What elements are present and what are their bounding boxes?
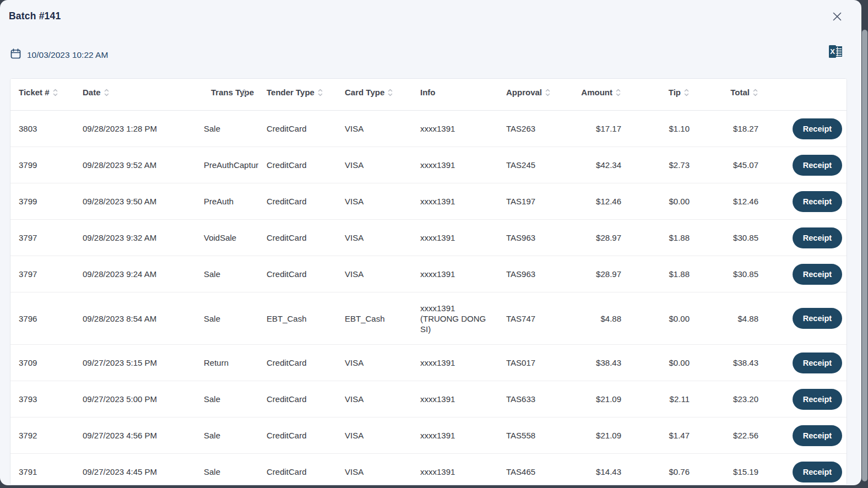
cell-tender-type: CreditCard	[259, 467, 337, 477]
cell-info: xxxx1391	[411, 394, 496, 404]
cell-date: 09/28/2023 9:32 AM	[78, 232, 199, 243]
receipt-button[interactable]: Receipt	[793, 191, 842, 212]
cell-tip: $0.00	[623, 357, 690, 368]
table-row: 3709 09/27/2023 5:15 PM Return CreditCar…	[10, 345, 847, 381]
sort-icon	[241, 88, 247, 97]
cell-tip: $1.10	[623, 123, 690, 134]
receipt-button-label: Receipt	[803, 270, 832, 279]
cell-approval: TAS263	[496, 123, 557, 134]
receipt-button[interactable]: Receipt	[793, 264, 842, 285]
cell-amount: $21.09	[557, 430, 623, 441]
batch-detail-modal: Batch #141 10/03/2023 10:22 AM	[0, 0, 861, 485]
cell-ticket-number: 3797	[10, 269, 78, 279]
cell-approval: TAS558	[496, 430, 557, 441]
cell-total: $30.85	[690, 232, 760, 243]
column-header-ticket[interactable]: Ticket #	[10, 87, 78, 97]
cell-tip: $0.76	[623, 467, 690, 477]
table-row: 3797 09/28/2023 9:24 AM Sale CreditCard …	[10, 256, 847, 292]
cell-approval: TAS633	[496, 394, 557, 404]
cell-info: xxxx1391	[411, 269, 496, 279]
cell-trans-type: PreAuthCaptur	[199, 160, 259, 170]
cell-total: $4.88	[690, 313, 760, 324]
receipt-button[interactable]: Receipt	[793, 425, 842, 446]
cell-trans-type: Sale	[199, 269, 259, 279]
cell-amount: $28.97	[557, 232, 623, 243]
cell-info: xxxx1391	[411, 357, 496, 368]
cell-total: $23.20	[690, 394, 760, 404]
cell-date: 09/28/2023 9:50 AM	[78, 196, 199, 207]
cell-trans-type: Sale	[199, 313, 259, 324]
column-header-date[interactable]: Date	[78, 87, 199, 97]
cell-amount: $12.46	[557, 196, 623, 207]
cell-tender-type: CreditCard	[259, 160, 337, 170]
sort-icon	[387, 88, 393, 97]
cell-ticket-number: 3803	[10, 123, 78, 134]
receipt-button[interactable]: Receipt	[793, 155, 842, 176]
table-body: 3803 09/28/2023 1:28 PM Sale CreditCard …	[10, 111, 847, 485]
receipt-button-label: Receipt	[803, 431, 832, 440]
receipt-button-label: Receipt	[803, 124, 832, 133]
sort-icon	[52, 88, 58, 97]
table-row: 3799 09/28/2023 9:50 AM PreAuth CreditCa…	[10, 183, 847, 220]
batch-date-control[interactable]: 10/03/2023 10:22 AM	[10, 48, 108, 62]
cell-card-type: EBT_Cash	[337, 313, 411, 324]
cell-card-type: VISA	[337, 196, 411, 207]
column-header-info: Info	[411, 87, 496, 97]
receipt-button[interactable]: Receipt	[793, 353, 842, 373]
sort-icon	[545, 88, 551, 97]
cell-date: 09/28/2023 9:52 AM	[78, 160, 199, 170]
receipt-button-label: Receipt	[803, 161, 832, 170]
cell-card-type: VISA	[337, 232, 411, 243]
cell-tender-type: CreditCard	[259, 430, 337, 441]
export-excel-button[interactable]: X	[827, 45, 844, 60]
cell-approval: TAS197	[496, 196, 557, 207]
cell-amount: $17.17	[557, 123, 623, 134]
cell-trans-type: VoidSale	[199, 232, 259, 243]
receipt-button-label: Receipt	[803, 359, 832, 367]
cell-amount: $42.34	[557, 160, 623, 170]
cell-total: $18.27	[690, 123, 760, 134]
cell-card-type: VISA	[337, 430, 411, 441]
receipt-button[interactable]: Receipt	[793, 308, 842, 329]
column-header-tip[interactable]: Tip	[623, 87, 690, 97]
column-header-card-type[interactable]: Card Type	[337, 87, 411, 97]
receipt-button-label: Receipt	[803, 314, 832, 323]
cell-card-type: VISA	[337, 269, 411, 279]
cell-approval: TAS245	[496, 160, 557, 170]
cell-total: $38.43	[690, 357, 760, 368]
cell-date: 09/28/2023 8:54 AM	[78, 313, 199, 324]
receipt-button-label: Receipt	[803, 197, 832, 206]
cell-tender-type: CreditCard	[259, 357, 337, 368]
cell-tip: $0.00	[623, 196, 690, 207]
close-button[interactable]	[828, 8, 846, 26]
batch-datetime: 10/03/2023 10:22 AM	[27, 50, 108, 60]
cell-info: xxxx1391	[411, 467, 496, 477]
receipt-button[interactable]: Receipt	[793, 118, 842, 139]
table-row: 3793 09/27/2023 5:00 PM Sale CreditCard …	[10, 381, 847, 417]
column-header-amount[interactable]: Amount	[557, 87, 623, 97]
column-header-tender-type[interactable]: Tender Type	[259, 87, 337, 97]
cell-amount: $21.09	[557, 394, 623, 404]
close-icon	[832, 12, 842, 23]
cell-tender-type: CreditCard	[259, 123, 337, 134]
receipt-button[interactable]: Receipt	[793, 227, 842, 248]
cell-date: 09/27/2023 5:15 PM	[78, 357, 199, 368]
cell-ticket-number: 3793	[10, 394, 78, 404]
cell-card-type: VISA	[337, 394, 411, 404]
column-header-approval[interactable]: Approval	[496, 87, 557, 97]
page-scrollbar[interactable]	[862, 30, 867, 481]
sort-icon	[683, 88, 690, 97]
cell-card-type: VISA	[337, 357, 411, 368]
sort-icon	[615, 88, 621, 97]
page-title: Batch #141	[9, 10, 61, 22]
excel-export-icon: X	[828, 45, 843, 60]
column-header-total[interactable]: Total	[690, 87, 760, 97]
table-row: 3792 09/27/2023 4:56 PM Sale CreditCard …	[10, 417, 847, 454]
cell-approval: TAS747	[496, 313, 557, 324]
receipt-button[interactable]: Receipt	[793, 462, 842, 482]
cell-ticket-number: 3799	[10, 196, 78, 207]
cell-card-type: VISA	[337, 467, 411, 477]
receipt-button[interactable]: Receipt	[793, 389, 842, 410]
cell-trans-type: Sale	[199, 394, 259, 404]
column-header-trans-type[interactable]: Trans Type	[199, 87, 259, 97]
